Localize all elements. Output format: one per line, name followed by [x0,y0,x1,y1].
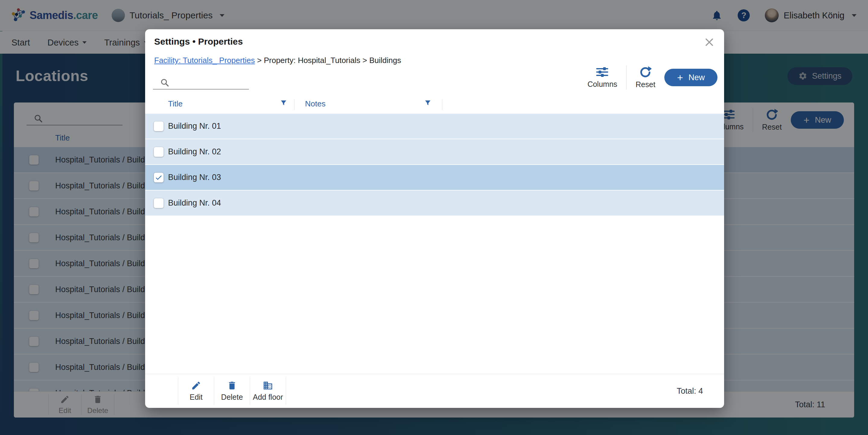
plus-icon: + [677,72,683,82]
close-icon[interactable] [703,36,716,48]
column-header-notes[interactable]: Notes [305,99,326,108]
breadcrumb-facility-link[interactable]: Facility: Tutorials_ Properties [154,56,255,65]
column-header-title[interactable]: Title [168,99,183,108]
row-checkbox[interactable] [154,147,163,157]
table-row[interactable]: Building Nr. 02 [145,139,724,164]
row-checkbox[interactable] [154,122,163,131]
table-row[interactable]: Building Nr. 03 [145,165,724,190]
columns-button[interactable]: Columns [587,66,617,89]
breadcrumb: Facility: Tutorials_ Properties > Proper… [154,56,401,65]
filter-icon[interactable] [424,99,432,107]
reset-button[interactable]: Reset [636,66,655,89]
check-icon [155,174,163,181]
edit-button[interactable]: Edit [178,377,214,405]
search-icon [160,78,169,87]
row-checkbox[interactable] [154,198,163,208]
pencil-icon [191,380,201,391]
columns-sliders-icon [595,66,609,78]
table-row[interactable]: Building Nr. 01 [145,114,724,139]
toolbar-divider [626,65,627,90]
column-divider [442,99,442,110]
reset-refresh-icon [639,66,651,78]
row-title: Building Nr. 04 [168,198,221,208]
modal-footer: Edit Delete Add floor Total: 4 [145,374,724,408]
settings-properties-modal: Settings • Properties Facility: Tutorial… [145,29,724,408]
modal-title: Settings • Properties [154,36,243,47]
modal-table-header: Title Notes [145,96,724,111]
search-input[interactable] [169,77,249,89]
modal-search[interactable] [153,75,249,90]
row-title: Building Nr. 03 [168,173,221,182]
filter-icon[interactable] [280,99,287,107]
row-title: Building Nr. 02 [168,147,221,157]
row-checkbox-checked[interactable] [154,173,163,182]
building-icon [263,380,273,391]
trash-icon [227,380,237,391]
total-count: Total: 4 [677,387,703,396]
column-divider [294,99,294,110]
row-title: Building Nr. 01 [168,122,221,131]
add-floor-button[interactable]: Add floor [250,377,286,405]
modal-table-body: Building Nr. 01Building Nr. 02Building N… [145,114,724,216]
new-button[interactable]: + New [664,69,717,86]
delete-button[interactable]: Delete [214,377,250,405]
table-row[interactable]: Building Nr. 04 [145,191,724,215]
breadcrumb-trail: > Property: Hospital_Tutorials > Buildin… [255,56,401,65]
